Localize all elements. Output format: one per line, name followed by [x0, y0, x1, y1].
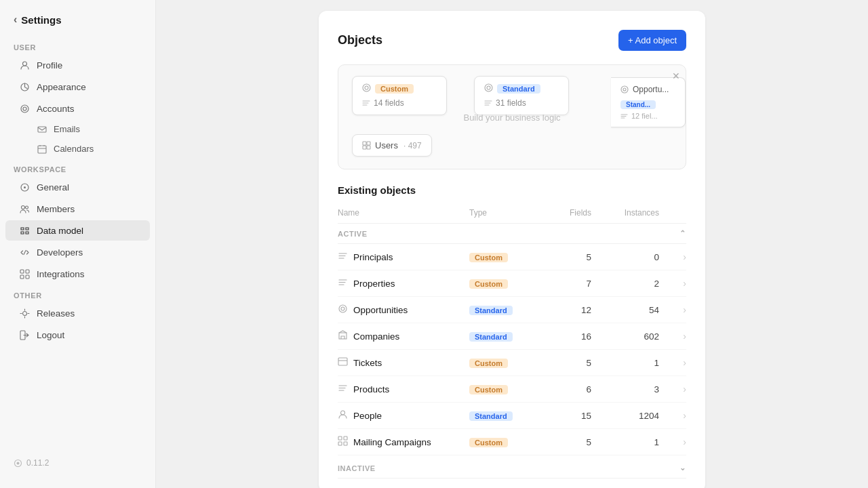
data-model-icon	[19, 225, 30, 236]
row-fields-mailing-campaigns: 5	[551, 437, 605, 447]
sidebar-section-workspace: Workspace	[0, 159, 155, 176]
row-chevron-tickets: ›	[666, 357, 686, 368]
sidebar-item-general[interactable]: General	[5, 177, 150, 197]
row-instances-people: 1204	[605, 411, 666, 421]
row-instances-tickets: 1	[605, 358, 666, 368]
right-node-title: Opportu...	[633, 85, 669, 94]
sidebar-item-releases-label: Releases	[37, 308, 75, 319]
svg-point-28	[339, 305, 347, 312]
row-icon-principals	[338, 251, 348, 263]
svg-point-3	[23, 107, 26, 110]
row-icon-companies	[338, 330, 348, 342]
svg-point-19	[365, 86, 368, 89]
svg-rect-24	[363, 146, 366, 149]
row-chevron-people: ›	[666, 410, 686, 421]
sidebar-item-members[interactable]: Members	[5, 199, 150, 219]
col-type: Type	[469, 208, 551, 218]
sidebar-title: Settings	[21, 14, 61, 26]
diagram-standard-node[interactable]: Standard 31 fields	[474, 76, 569, 115]
general-icon	[19, 182, 30, 192]
sidebar-item-emails[interactable]: Emails	[5, 120, 150, 138]
right-node-tag: Stand...	[620, 100, 656, 109]
main-content: Objects + Add object Custom 14 fields	[156, 0, 868, 488]
table-row-principals[interactable]: Principals Custom 5 0 ›	[338, 244, 686, 270]
users-count: · 497	[403, 141, 422, 150]
sidebar-back-button[interactable]: ‹ Settings	[0, 14, 155, 37]
row-name-products: Products	[353, 384, 389, 394]
row-fields-tickets: 5	[551, 358, 605, 368]
table-rows-container: Principals Custom 5 0 › Properties Custo…	[338, 244, 686, 455]
diagram-custom-node[interactable]: Custom 14 fields	[352, 76, 447, 115]
row-fields-properties: 7	[551, 279, 605, 289]
objects-header: Objects + Add object	[338, 30, 686, 51]
table-row-companies[interactable]: Companies Standard 16 602 ›	[338, 323, 686, 350]
row-chevron-companies: ›	[666, 331, 686, 342]
table-row-mailing-campaigns[interactable]: Mailing Campaigns Custom 5 1 ›	[338, 429, 686, 455]
row-chevron-properties: ›	[666, 278, 686, 289]
table-row-properties[interactable]: Properties Custom 7 2 ›	[338, 270, 686, 297]
sidebar-item-logout-label: Logout	[37, 330, 64, 340]
row-icon-products	[338, 383, 348, 395]
table-row-products[interactable]: Products Custom 6 3 ›	[338, 376, 686, 403]
table-row-people[interactable]: People Standard 15 1204 ›	[338, 403, 686, 429]
svg-rect-33	[338, 436, 342, 440]
svg-rect-13	[26, 275, 29, 279]
svg-point-14	[22, 311, 26, 315]
diagram-close-button[interactable]: ✕	[672, 70, 680, 81]
active-section-divider[interactable]: ACTIVE ⌃	[338, 224, 686, 244]
add-object-button[interactable]: + Add object	[618, 30, 686, 51]
back-icon: ‹	[14, 14, 17, 26]
table-row-tickets[interactable]: Tickets Custom 5 1 ›	[338, 350, 686, 376]
row-icon-properties	[338, 277, 348, 289]
calendar-icon	[37, 144, 47, 154]
diagram-users-node[interactable]: Users · 497	[352, 134, 432, 157]
row-fields-companies: 16	[551, 331, 605, 342]
svg-point-17	[17, 462, 20, 464]
svg-rect-22	[363, 142, 366, 145]
col-instances: Instances	[605, 208, 666, 218]
members-icon	[19, 203, 30, 214]
type-badge: Custom	[469, 385, 508, 394]
existing-objects-title: Existing objects	[338, 184, 686, 196]
row-instances-principals: 0	[605, 252, 666, 262]
row-fields-products: 6	[551, 384, 605, 394]
row-instances-products: 3	[605, 384, 666, 394]
sidebar-item-accounts-label: Accounts	[37, 104, 75, 114]
row-fields-principals: 5	[551, 252, 605, 262]
row-name-mailing-campaigns: Mailing Campaigns	[353, 437, 431, 447]
sidebar-item-calendars[interactable]: Calendars	[5, 140, 150, 158]
sidebar-item-integrations-label: Integrations	[37, 269, 85, 279]
sidebar-item-data-model[interactable]: Data model	[5, 220, 150, 241]
custom-tag: Custom	[375, 84, 414, 94]
row-chevron-opportunities: ›	[666, 304, 686, 315]
sidebar-item-integrations[interactable]: Integrations	[5, 264, 150, 284]
row-instances-mailing-campaigns: 1	[605, 437, 666, 447]
inactive-section-divider[interactable]: INACTIVE ⌄	[338, 458, 686, 479]
row-icon-opportunities	[338, 304, 348, 316]
type-badge: Custom	[469, 438, 508, 447]
row-name-companies: Companies	[353, 331, 399, 342]
table-row-opportunities[interactable]: Opportunities Standard 12 54 ›	[338, 297, 686, 323]
type-badge: Custom	[469, 279, 508, 289]
sidebar-item-logout[interactable]: Logout	[5, 325, 150, 345]
svg-point-20	[485, 84, 492, 92]
sidebar-item-appearance[interactable]: Appearance	[5, 77, 150, 97]
sidebar-item-accounts[interactable]: Accounts	[5, 98, 150, 119]
sidebar-item-profile[interactable]: Profile	[5, 55, 150, 75]
standard-tag: Standard	[497, 84, 540, 94]
sidebar-item-releases[interactable]: Releases	[5, 303, 150, 323]
integrations-icon	[19, 268, 30, 279]
version-label: 0.11.2	[0, 451, 155, 474]
row-chevron-products: ›	[666, 384, 686, 394]
svg-rect-12	[20, 275, 24, 279]
sidebar-item-developers[interactable]: Developers	[5, 242, 150, 262]
sidebar-item-developers-label: Developers	[37, 247, 83, 258]
row-instances-companies: 602	[605, 331, 666, 342]
svg-point-27	[623, 88, 626, 91]
type-badge: Standard	[469, 411, 513, 421]
diagram-custom-node-icon	[362, 83, 371, 94]
type-badge: Custom	[469, 359, 508, 368]
inactive-expand-icon: ⌄	[679, 464, 686, 472]
row-instances-properties: 2	[605, 279, 666, 289]
diagram-right-node[interactable]: Opportu... Stand... 12 fiel...	[611, 77, 686, 127]
